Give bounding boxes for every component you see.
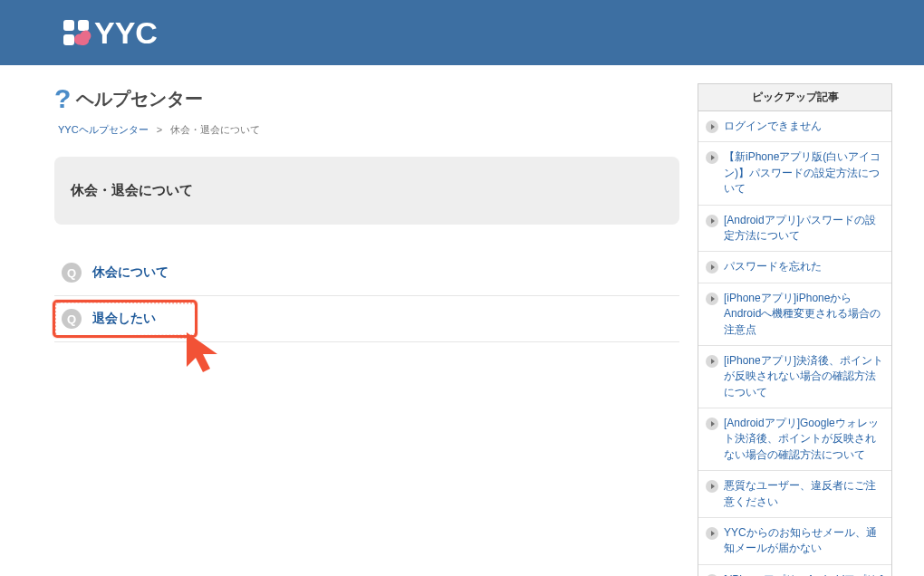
pickup-link[interactable]: ログインできません (724, 119, 822, 134)
question-item[interactable]: Q 退会したい (54, 296, 679, 342)
question-list: Q 休会について Q 退会したい (54, 250, 679, 342)
pickup-item[interactable]: YYCからのお知らせメール、通知メールが届かない (698, 518, 891, 565)
chevron-right-icon (706, 480, 718, 493)
pickup-link[interactable]: [Androidアプリ]Googleウォレット決済後、ポイントが反映されない場合… (724, 416, 884, 463)
question-mark-icon: ? (54, 83, 71, 114)
pickup-item[interactable]: [Androidアプリ]パスワードの設定方法について (698, 206, 891, 253)
pickup-link[interactable]: [iPhoneアプリ]決済後、ポイントが反映されない場合の確認方法について (724, 353, 884, 400)
pickup-item[interactable]: 悪質なユーザー、違反者にご注意ください (698, 471, 891, 518)
main-content: ? ヘルプセンター YYCヘルプセンター > 休会・退会について 休会・退会につ… (54, 83, 679, 342)
pickup-link[interactable]: パスワードを忘れた (724, 259, 822, 274)
pickup-item[interactable]: [ iPhoneアプリ、Androidアプリ ] 不具合かなと思ったら (698, 565, 891, 576)
breadcrumb: YYCヘルプセンター > 休会・退会について (58, 123, 679, 137)
sidebar-pickup: ピックアップ記事 ログインできません 【新iPhoneアプリ版(白いアイコン)】… (698, 83, 892, 576)
breadcrumb-current: 休会・退会について (170, 124, 260, 135)
brand-text: YYC (94, 15, 158, 51)
question-link[interactable]: 退会したい (92, 311, 156, 327)
pickup-link[interactable]: [Androidアプリ]パスワードの設定方法について (724, 213, 884, 245)
chevron-right-icon (706, 120, 718, 133)
chevron-right-icon (706, 151, 718, 164)
pickup-link[interactable]: 悪質なユーザー、違反者にご注意ください (724, 478, 884, 510)
breadcrumb-home-link[interactable]: YYCヘルプセンター (58, 124, 149, 135)
question-link[interactable]: 休会について (92, 264, 168, 281)
pickup-item[interactable]: 【新iPhoneアプリ版(白いアイコン)】パスワードの設定方法について (698, 142, 891, 205)
site-header: YYC (0, 0, 924, 65)
chevron-right-icon (706, 355, 718, 368)
page-title: ヘルプセンター (76, 87, 203, 111)
chevron-right-icon (706, 215, 718, 227)
pickup-item[interactable]: パスワードを忘れた (698, 252, 891, 283)
question-item[interactable]: Q 休会について (54, 250, 679, 296)
pickup-link[interactable]: [iPhoneアプリ]iPhoneからAndroidへ機種変更される場合の注意点 (724, 291, 884, 338)
breadcrumb-separator: > (157, 124, 162, 135)
chevron-right-icon (706, 418, 718, 430)
pickup-link[interactable]: [ iPhoneアプリ、Androidアプリ ] 不具合かなと思ったら (724, 572, 884, 576)
page-title-row: ? ヘルプセンター (54, 83, 679, 114)
q-circle-icon: Q (62, 309, 82, 329)
pickup-link[interactable]: YYCからのお知らせメール、通知メールが届かない (724, 525, 884, 557)
pickup-header: ピックアップ記事 (698, 84, 891, 111)
q-circle-icon: Q (62, 263, 82, 283)
pickup-item[interactable]: [iPhoneアプリ]決済後、ポイントが反映されない場合の確認方法について (698, 346, 891, 408)
chevron-right-icon (706, 527, 718, 540)
clover-icon (63, 20, 89, 45)
pickup-link[interactable]: 【新iPhoneアプリ版(白いアイコン)】パスワードの設定方法について (724, 149, 884, 197)
chevron-right-icon (706, 261, 718, 274)
pickup-item[interactable]: [iPhoneアプリ]iPhoneからAndroidへ機種変更される場合の注意点 (698, 283, 891, 346)
pickup-item[interactable]: ログインできません (698, 111, 891, 142)
chevron-right-icon (706, 293, 718, 305)
section-header: 休会・退会について (54, 157, 679, 225)
brand-logo[interactable]: YYC (63, 15, 158, 51)
pickup-item[interactable]: [Androidアプリ]Googleウォレット決済後、ポイントが反映されない場合… (698, 408, 891, 471)
